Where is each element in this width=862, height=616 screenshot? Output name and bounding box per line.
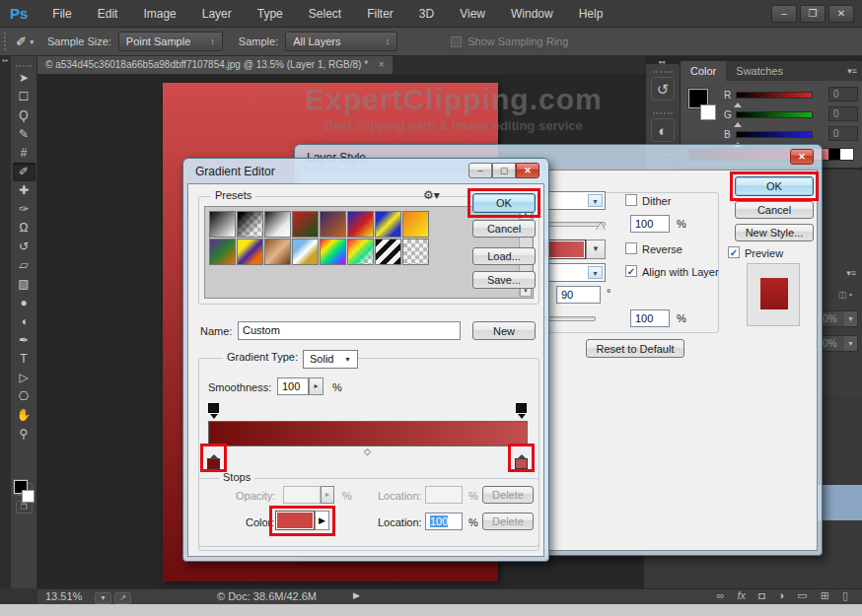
adjustments-panel-icon[interactable]: ◐ <box>651 118 675 142</box>
restore-window-button[interactable]: ❐ <box>800 5 826 23</box>
fill-field[interactable]: 0%▼ <box>817 335 858 352</box>
minimize-dialog-button[interactable]: – <box>468 163 492 178</box>
preset-violet-green-orange[interactable] <box>209 239 236 265</box>
reverse-checkbox[interactable] <box>625 242 637 254</box>
menu-view[interactable]: View <box>447 0 498 28</box>
panel-menu-icon[interactable]: ▾≡ <box>847 61 862 81</box>
panel-menu-icon[interactable]: ▾≡ <box>846 268 856 278</box>
path-selection-tool[interactable]: ▷ <box>13 369 36 387</box>
gradient-editor-ok-button[interactable]: OK <box>472 193 536 213</box>
save-button[interactable]: Save... <box>472 271 536 289</box>
tools-collapse-strip[interactable]: ▸▸ <box>0 56 11 604</box>
gear-icon[interactable]: ⚙▾ <box>423 188 440 202</box>
layer-style-ok-button[interactable]: OK <box>735 176 814 196</box>
background-color-swatch[interactable] <box>700 104 716 120</box>
menu-image[interactable]: Image <box>130 0 188 28</box>
smoothness-flyout-arrow[interactable]: ▸ <box>309 377 323 395</box>
show-sampling-ring-checkbox[interactable] <box>451 36 462 47</box>
preset-black-white-2[interactable] <box>264 211 291 238</box>
preset-blue-red-yellow[interactable] <box>347 211 374 238</box>
preset-diagonal-stripes[interactable] <box>375 239 401 265</box>
layer-style-cancel-button[interactable]: Cancel <box>735 201 814 219</box>
sample-select[interactable]: All Layers ↕ <box>285 32 397 51</box>
new-button[interactable]: New <box>472 321 536 340</box>
tab-color[interactable]: Color <box>681 61 726 81</box>
pen-tool[interactable]: ✒ <box>13 331 36 350</box>
gradient-type-select[interactable]: Solid▼ <box>303 350 358 369</box>
channel-value-field[interactable]: 0 <box>828 87 858 102</box>
eraser-tool[interactable]: ▱ <box>13 256 36 275</box>
share-status-icon[interactable]: ↗ <box>114 592 131 604</box>
gradient-tool[interactable]: ▧ <box>13 275 36 294</box>
preset-copper[interactable] <box>264 239 291 265</box>
close-tab-icon[interactable]: × <box>379 59 385 70</box>
eyedropper-tool[interactable]: ✐ <box>13 163 36 181</box>
maximize-dialog-button[interactable]: ▢ <box>492 163 516 178</box>
layer-effects-icon[interactable]: fx <box>737 589 746 602</box>
lock-icons[interactable]: ◫ ▪ <box>838 290 852 300</box>
preset-black-transparent[interactable] <box>237 211 263 238</box>
menu-file[interactable]: File <box>39 0 84 28</box>
shape-tool[interactable]: ⎔ <box>13 387 36 406</box>
hand-tool[interactable]: ✋ <box>13 406 36 425</box>
align-with-layer-checkbox[interactable]: ✓ <box>625 265 637 277</box>
minimize-window-button[interactable]: – <box>771 5 797 23</box>
load-button[interactable]: Load... <box>472 247 536 265</box>
channel-value-field[interactable]: 0 <box>828 106 858 121</box>
history-brush-tool[interactable]: ↺ <box>13 238 36 256</box>
channel-slider-thumb[interactable] <box>734 99 742 107</box>
sample-size-select[interactable]: Point Sample ↕ <box>118 32 223 51</box>
crop-tool[interactable]: # <box>13 144 36 163</box>
adjustment-layer-icon[interactable]: ◑ <box>778 589 785 602</box>
name-field[interactable]: Custom <box>238 321 461 340</box>
preset-transparent[interactable] <box>402 239 429 265</box>
layer-mask-icon[interactable]: ◘ <box>758 589 765 602</box>
opacity-value-field[interactable]: 100 <box>630 215 670 233</box>
gradient-picker-arrow[interactable]: ▼ <box>586 240 606 259</box>
gradient-bar[interactable] <box>208 421 528 446</box>
eyedropper-options-icon[interactable]: ✐ ▾ <box>16 34 34 49</box>
zoom-level-field[interactable]: 13.51% <box>45 590 82 602</box>
menu-3d[interactable]: 3D <box>406 0 447 28</box>
brush-tool[interactable]: ✑ <box>13 200 36 219</box>
preset-violet-orange[interactable] <box>320 211 346 238</box>
reset-to-default-button[interactable]: Reset to Default <box>586 339 684 358</box>
preset-spectrum[interactable] <box>320 239 346 265</box>
color-stop-left[interactable] <box>207 458 220 469</box>
preset-yellow-violet-orange[interactable] <box>237 239 263 265</box>
healing-brush-tool[interactable]: ✚ <box>13 181 36 200</box>
dither-checkbox[interactable] <box>625 194 637 206</box>
dodge-tool[interactable]: ◖ <box>13 312 36 331</box>
channel-slider-thumb[interactable] <box>734 118 742 127</box>
blur-tool[interactable]: ● <box>13 294 36 312</box>
menu-layer[interactable]: Layer <box>189 0 245 28</box>
color-swatch-field[interactable] <box>275 511 315 530</box>
delete-layer-icon[interactable]: ▯ <box>842 589 848 602</box>
zoom-tool[interactable]: ⚲ <box>13 425 36 444</box>
tab-swatches[interactable]: Swatches <box>726 61 793 81</box>
marquee-tool[interactable]: ☐ <box>13 88 36 106</box>
midpoint-diamond-icon[interactable]: ◇ <box>364 446 371 456</box>
channel-slider[interactable] <box>736 92 813 99</box>
channel-slider[interactable] <box>736 131 813 138</box>
options-bar-gripper[interactable] <box>4 33 8 50</box>
angle-value-field[interactable]: 90 <box>556 286 601 304</box>
quick-selection-tool[interactable]: ✎ <box>13 125 36 144</box>
menu-filter[interactable]: Filter <box>354 0 406 28</box>
document-tab[interactable]: © a534d45c36018a66b5a98dbff7107854.jpg @… <box>37 56 393 74</box>
smoothness-field[interactable]: 100 <box>277 377 309 395</box>
preview-status-icon[interactable]: ▾ <box>95 592 111 604</box>
opacity-field[interactable]: 0%▼ <box>817 310 858 327</box>
strip-gripper[interactable] <box>653 67 673 73</box>
status-icons[interactable]: ▾↗ <box>95 590 134 604</box>
menu-select[interactable]: Select <box>296 0 354 28</box>
link-layers-icon[interactable]: ∞ <box>717 589 725 602</box>
preset-orange-yellow[interactable] <box>402 211 429 238</box>
menu-window[interactable]: Window <box>498 0 566 28</box>
gradient-editor-cancel-button[interactable]: Cancel <box>472 220 536 238</box>
preset-chrome-gold[interactable] <box>292 239 319 265</box>
black-swatch[interactable] <box>828 149 840 160</box>
new-style-button[interactable]: New Style... <box>735 224 814 241</box>
type-tool[interactable]: T <box>13 350 36 369</box>
new-layer-icon[interactable]: ⊞ <box>821 589 829 602</box>
